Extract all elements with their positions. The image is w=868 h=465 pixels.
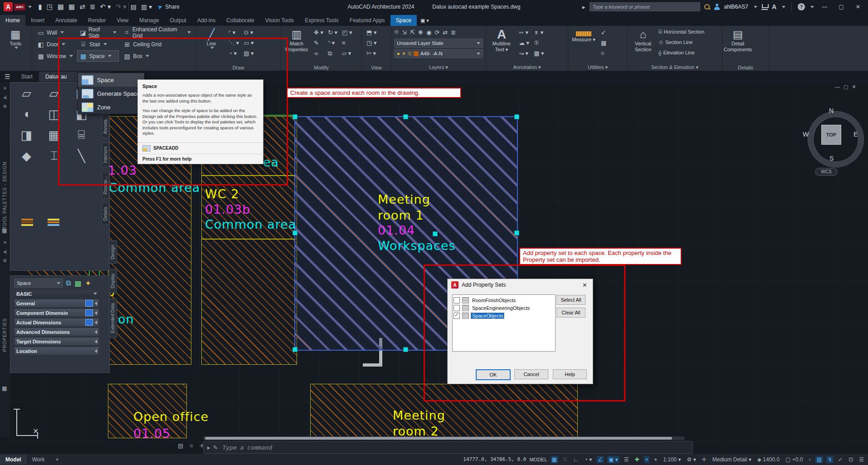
section-line-button[interactable]: ⊹Section Line [658,38,704,47]
tab-render[interactable]: Render [83,15,111,26]
annotation-panel-label[interactable]: Annotation ▾ [486,64,568,70]
wall-button[interactable]: ▭Wall [35,27,75,38]
doc-close-icon[interactable]: ✕ [852,84,856,90]
measure-button[interactable]: Measure ▾ [571,27,596,64]
compass-north[interactable]: N [829,107,834,114]
properties-grid-icon[interactable]: ▦ [2,385,7,392]
new-layout-button[interactable]: + [50,455,64,465]
ribbon-options-icon[interactable]: ▣ ▾ [417,15,433,26]
grip-handle[interactable] [293,347,297,352]
quick-select-icon[interactable] [85,300,93,307]
grip-handle[interactable] [293,114,297,119]
help-chevron-icon[interactable] [810,6,814,8]
minimize-button[interactable]: — [818,4,831,10]
prop-row-general[interactable]: General [14,299,99,308]
tools-button[interactable]: ▦ Tools [3,27,28,64]
command-input[interactable] [221,444,689,451]
tab-space-active[interactable]: Space [390,15,417,26]
layer-tools-icons[interactable]: ⟐⇲⇱❋◉⟳⇄≣ [394,27,483,37]
scrollbar-thumb[interactable] [205,437,672,440]
properties-rail-label[interactable]: PROPERTIES [2,318,7,352]
layer-dropdown[interactable]: ● ☀ ⚿ A49- -A-N [394,49,483,58]
section-basic[interactable]: BASIC [14,289,99,298]
tab-collaborate[interactable]: Collaborate [221,15,259,26]
palette-grid-icon[interactable]: ▦ [2,227,7,234]
command-line-icons[interactable]: ▤⌗✛ [178,442,205,450]
dialog-close-icon[interactable]: ✕ [580,282,589,289]
properties-palette-controls[interactable]: ✕◂|⚙ [0,240,10,263]
grip-handle[interactable] [293,230,297,235]
username[interactable]: ahlB6AS7 [724,4,748,10]
search-input[interactable] [590,2,700,11]
checkbox-unchecked[interactable] [454,305,460,311]
multiline-text-button[interactable]: A MultilineText ▾ [489,27,514,64]
tab-annotate[interactable]: Annotate [50,15,83,26]
detail-components-button[interactable]: ▤ DetailComponents [725,27,751,64]
layer-state-dropdown[interactable]: Unsaved Layer State [394,39,483,48]
list-item-spaceobjects[interactable]: SpaceObjects [454,312,554,319]
compass-west[interactable]: W [803,131,809,138]
tab-start[interactable]: Start [15,72,39,82]
object-type-dropdown[interactable]: Space [14,279,63,288]
model-tab[interactable]: Model [0,455,27,465]
grip-handle[interactable] [514,114,519,119]
space-style-legend-icon[interactable] [21,219,33,226]
details-panel-label[interactable]: Details [722,65,769,70]
enhanced-custom-grid-button[interactable]: ⌗Enhanced Custom Grid [121,27,193,38]
property-set-list[interactable]: RoomFinishObjects SpaceEngineeringObject… [452,294,556,352]
navigation-compass[interactable]: N W E S TOP [805,108,857,161]
elevation-line-button[interactable]: ⟠Elevation Line [658,48,704,57]
checkbox-checked[interactable] [454,313,460,319]
work-layout-tab[interactable]: Work [27,455,50,465]
clear-all-button[interactable]: Clear All [556,308,585,318]
tab-vision-tools[interactable]: Vision Tools [260,15,300,26]
quick-select-icon[interactable] [85,319,93,326]
tab-add-ins[interactable]: Add-ins [192,15,221,26]
workspace-toolbar[interactable]: ▤▥ ▾ [131,3,152,10]
status-toggles[interactable]: ▦⁙∟◔ ▾∠▣ ▾☰✚⌖⌖1:100 ▾⚙ ▾✛Medium Detail ▾… [551,456,865,463]
apps-chevron-icon[interactable] [782,6,785,8]
command-options-icons[interactable]: ▸✎ [207,444,218,451]
model-space-indicator[interactable]: MODEL [529,457,547,462]
wcs-badge[interactable]: WCS [815,168,837,176]
dialog-title-bar[interactable]: A Add Property Sets ✕ [448,279,593,291]
layers-panel-label[interactable]: Layers ▾ [391,64,486,70]
compass-south[interactable]: S [829,155,834,162]
tab-featured-apps[interactable]: Featured Apps [344,15,390,26]
annotation-secondary-buttons[interactable]: ⇿ ▾☁ ▾↝ ▾⌆ ▾①▦ ▾ [517,27,546,64]
roof-slab-button[interactable]: ◪Roof Slab [78,27,119,38]
user-menu-chevron-icon[interactable] [754,6,757,8]
close-button[interactable]: ✕ [852,4,864,10]
cancel-button[interactable]: Cancel [514,369,548,379]
prop-row-location[interactable]: Location [14,347,99,355]
restore-button[interactable]: ▢ [835,4,848,10]
tab-output[interactable]: Output [165,15,192,26]
horizontal-scrollbar[interactable] [203,436,685,440]
grip-handle-insertion[interactable] [433,231,438,236]
properties-palette-tabs[interactable]: DesignDisplayExtended Data [109,240,117,338]
help-icon[interactable]: ? [798,3,805,10]
tab-manage[interactable]: Manage [134,15,164,26]
select-all-button[interactable]: Select All [556,295,585,305]
tool-palette-controls[interactable]: ✕◂|⚙ [0,86,10,109]
prop-row-advanced-dimensions[interactable]: Advanced Dimensions [14,328,99,336]
modify-secondary-buttons[interactable]: ✥ ▾✎⌯↻ ▾◝ ▾⧉◰ ▾≡▱ ▾ [312,27,354,64]
search-expand-icon[interactable]: ▸ [582,4,585,10]
vertical-section-button[interactable]: ⌂ VerticalSection [630,27,656,64]
checkbox-unchecked[interactable] [454,297,460,303]
drawing-window-controls[interactable]: — ▢ ✕ [835,84,856,90]
command-bar[interactable]: ▸✎ [203,441,693,454]
tab-view[interactable]: View [111,15,134,26]
horizontal-section-button[interactable]: ⌸Horizontal Section [658,27,704,36]
tool-palettes-rail-label[interactable]: TOOL PALETTES - DESIGN [2,162,7,229]
space-style-legend-icon[interactable] [48,219,59,226]
viewcube-top[interactable]: TOP [821,125,841,145]
grip-handle[interactable] [403,347,408,352]
tab-express-tools[interactable]: Express Tools [299,15,344,26]
chevron-down-icon[interactable] [28,6,32,8]
store-cart-icon[interactable] [761,4,768,10]
user-avatar-icon[interactable] [714,4,720,10]
menu-icon[interactable]: ☰ [0,73,15,80]
doc-minimize-icon[interactable]: — [835,84,840,90]
app-logo[interactable]: A ARC [4,2,32,11]
